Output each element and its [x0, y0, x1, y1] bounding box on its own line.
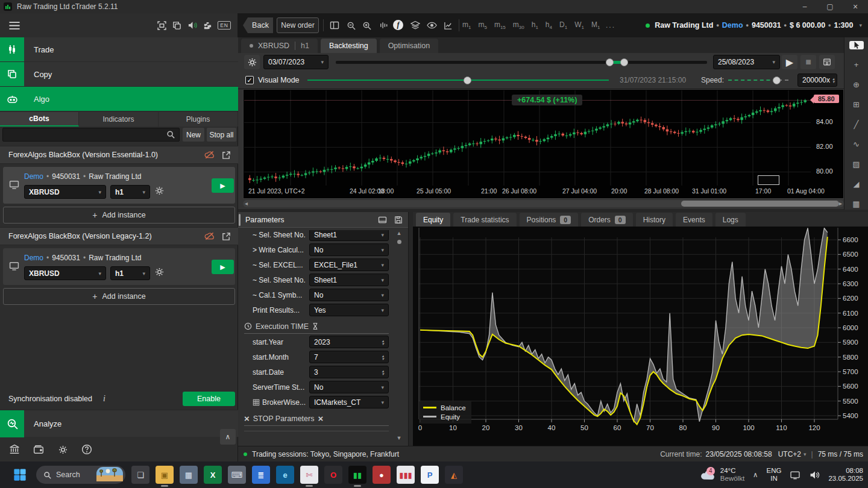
start-button[interactable]: [11, 466, 29, 484]
target-tool-icon[interactable]: ⊕: [849, 80, 864, 89]
timeframe-m5[interactable]: m5: [478, 20, 486, 30]
close-button[interactable]: ×: [843, 0, 868, 13]
sidebar-item-copy[interactable]: Copy: [0, 62, 238, 87]
cbot-header[interactable]: ForexAlgos BlackBox (Version Legacy-1.2): [0, 227, 238, 245]
timezone[interactable]: UTC+2: [778, 450, 801, 458]
add-instance-button[interactable]: +Add instance: [3, 288, 235, 305]
tab-backtesting[interactable]: Backtesting: [321, 39, 377, 53]
taskbar-app-opera[interactable]: O: [324, 466, 342, 484]
taskbar-app-input-tool[interactable]: ⌨: [228, 466, 246, 484]
play-backtest-button[interactable]: ▶: [782, 55, 797, 69]
save-icon[interactable]: [394, 216, 403, 224]
crosshair-tool-icon[interactable]: +: [849, 60, 864, 69]
trendline-tool-icon[interactable]: ╱: [849, 120, 864, 129]
tab-optimisation[interactable]: Optimisation: [380, 39, 438, 53]
cloud-off-icon[interactable]: [204, 151, 215, 159]
more-timeframes-button[interactable]: ...: [606, 21, 615, 30]
param-dropdown[interactable]: Yes▾: [309, 304, 389, 316]
help-icon[interactable]: [80, 442, 94, 457]
dock-panel-icon[interactable]: [378, 216, 387, 224]
timeframe-m30[interactable]: m30: [513, 20, 524, 30]
tab-plugins[interactable]: Plugins: [159, 112, 238, 127]
zoom-in-icon[interactable]: [360, 20, 373, 31]
settings-gear-icon[interactable]: [55, 442, 70, 457]
scroll-down-icon[interactable]: ▼: [397, 435, 402, 441]
sidebar-item-trade[interactable]: Trade: [0, 37, 238, 62]
timeframe-h4[interactable]: h4: [546, 20, 552, 30]
taskbar-app-calculator[interactable]: ▦: [180, 466, 198, 484]
timeframe-select[interactable]: h1▾: [110, 185, 150, 199]
stop-backtest-button[interactable]: ■: [800, 55, 816, 69]
speed-value-stepper[interactable]: 200000x ▴▾: [797, 74, 837, 87]
scroll-left-icon[interactable]: ◂: [245, 200, 248, 207]
new-cbot-button[interactable]: New: [183, 128, 204, 142]
tray-chevron-icon[interactable]: ∧: [753, 471, 758, 479]
taskbar-app-task-view[interactable]: ❏: [131, 466, 149, 484]
info-icon[interactable]: i: [103, 394, 105, 404]
symbol-select[interactable]: XBRUSD▾: [24, 185, 106, 199]
scroll-up-icon[interactable]: ▲: [397, 230, 402, 236]
scroll-right-icon[interactable]: ▸: [839, 200, 842, 207]
taskbar-app-stats-app[interactable]: ▮▮▮: [397, 466, 415, 484]
cbot-search-input[interactable]: [2, 128, 180, 142]
tab-trade-statistics[interactable]: Trade statistics: [453, 213, 516, 227]
puzzle-icon[interactable]: [203, 21, 212, 30]
gear-icon[interactable]: [155, 186, 164, 195]
account-selector[interactable]: Raw Trading Ltd Demo 9450031 $ 6 000.00 …: [646, 13, 862, 37]
hatch-pattern-tool-icon[interactable]: ▨: [849, 160, 864, 169]
add-instance-button[interactable]: +Add instance: [3, 207, 235, 224]
sidebar-item-algo[interactable]: Algo: [0, 87, 238, 111]
search-highlight-image[interactable]: [96, 467, 123, 483]
search-icon[interactable]: [166, 130, 175, 139]
stepper-arrows-icon[interactable]: ▴▾: [382, 339, 384, 345]
timeframe-h1[interactable]: h1: [532, 20, 538, 30]
stepper-arrows-icon[interactable]: ▴▾: [832, 77, 835, 83]
param-stepper[interactable]: 3▴▾: [309, 366, 389, 378]
param-stepper[interactable]: 2023▴▾: [309, 336, 389, 348]
panel-splitter[interactable]: [239, 214, 241, 226]
param-stepper[interactable]: 7▴▾: [309, 351, 389, 363]
taskbar-app-notes[interactable]: ≣: [252, 466, 270, 484]
language-icon[interactable]: EN: [218, 21, 231, 30]
fullscreen-icon[interactable]: [157, 21, 166, 30]
taskbar-app-ic-markets[interactable]: ▮▮: [348, 466, 366, 484]
freehand-tool-icon[interactable]: ∿: [849, 140, 864, 149]
eye-icon[interactable]: [426, 20, 438, 31]
cloud-off-icon[interactable]: [204, 232, 215, 240]
param-dropdown[interactable]: No▾: [309, 289, 389, 301]
scrollbar-thumb[interactable]: [681, 201, 839, 207]
param-dropdown[interactable]: ICMarkets_CT▾: [309, 396, 389, 408]
collapse-sidebar-button[interactable]: ∧: [220, 429, 236, 445]
taskbar-app-file-explorer[interactable]: ▣: [156, 466, 174, 484]
start-cbot-button[interactable]: ▶: [212, 178, 234, 193]
speaker-icon[interactable]: [187, 21, 198, 30]
tab-cbots[interactable]: cBots: [0, 112, 79, 127]
price-chart[interactable]: 21 Jul 2023, UTC+224 Jul 02:0018:0025 Ju…: [243, 89, 844, 199]
backtest-range-track[interactable]: [336, 61, 707, 64]
gear-icon[interactable]: [155, 267, 164, 277]
report-button[interactable]: [819, 55, 835, 69]
enable-sync-button[interactable]: Enable: [183, 392, 235, 406]
sidebar-item-analyze[interactable]: Analyze: [0, 410, 238, 437]
cursor-tool-icon[interactable]: [849, 41, 864, 49]
anchor-tool-icon[interactable]: ⊞: [849, 100, 864, 109]
wallet-icon[interactable]: [31, 442, 46, 457]
start-cbot-button[interactable]: ▶: [212, 260, 234, 274]
timeframe-m15[interactable]: m15: [494, 20, 506, 30]
param-dropdown[interactable]: Sheet1▾: [309, 274, 389, 286]
chart-scrollbar[interactable]: ◂ ▸: [238, 199, 868, 209]
fan-tool-icon[interactable]: ◢: [849, 180, 864, 189]
back-button[interactable]: Back: [243, 17, 273, 33]
timeframe-M1[interactable]: M1: [591, 20, 600, 30]
timeframe-D1[interactable]: D1: [559, 20, 567, 30]
fx-icon[interactable]: f: [393, 20, 403, 30]
bank-icon[interactable]: [7, 442, 22, 457]
tab-orders[interactable]: Orders0: [581, 213, 633, 227]
param-dropdown[interactable]: No▾: [309, 381, 389, 393]
param-dropdown[interactable]: No▾: [309, 243, 389, 256]
share-icon[interactable]: [222, 232, 231, 241]
range-start-handle[interactable]: [606, 58, 614, 66]
timeframe-m1[interactable]: m1: [462, 20, 471, 30]
grid-pattern-tool-icon[interactable]: ▦: [849, 199, 864, 208]
tab-logs[interactable]: Logs: [715, 213, 746, 227]
